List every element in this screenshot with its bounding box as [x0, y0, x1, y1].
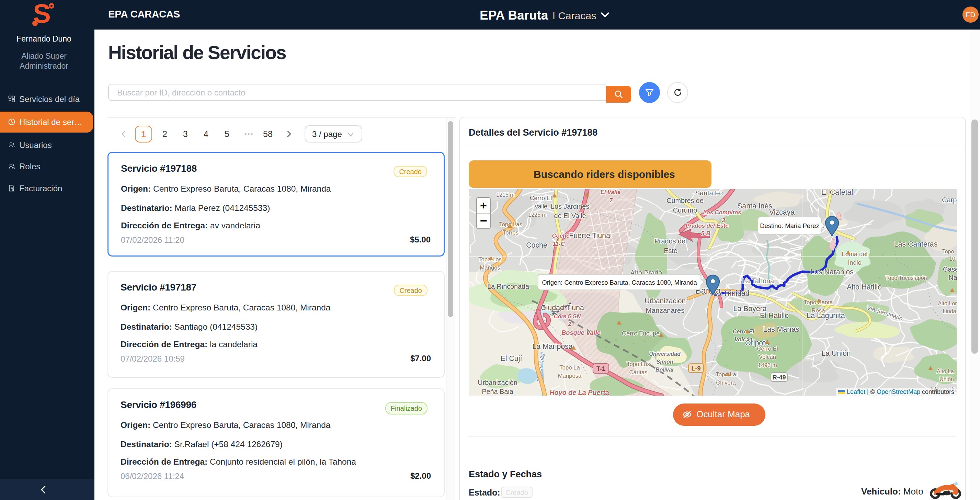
svg-text:1215 m: 1215 m: [496, 192, 514, 198]
svg-text:Coche: Coche: [526, 241, 547, 249]
svg-text:Alto Lor: Alto Lor: [938, 301, 957, 306]
svg-text:Bosque Valle: Bosque Valle: [562, 329, 601, 336]
svg-text:T-1: T-1: [597, 365, 605, 372]
svg-text:7: 7: [609, 197, 613, 204]
svg-text:Las Canteras: Las Canteras: [894, 240, 938, 248]
svg-text:Indio: Indio: [848, 259, 861, 266]
svg-text:Rosa: Rosa: [812, 307, 826, 314]
svg-text:2: 2: [568, 321, 571, 327]
svg-text:Fuerte Tiuna: Fuerte Tiuna: [569, 231, 610, 240]
svg-text:Universidad: Universidad: [649, 351, 681, 357]
svg-text:La Tahona: La Tahona: [742, 277, 774, 285]
svg-text:Linda: Linda: [943, 308, 956, 314]
svg-text:Unión: Unión: [939, 376, 954, 382]
svg-text:Manzanares: Manzanares: [646, 306, 685, 314]
svg-text:Urbanización: Urbanización: [478, 379, 517, 386]
svg-text:Coche: Coche: [552, 232, 570, 239]
svg-text:Peña Baia: Peña Baia: [482, 388, 513, 395]
svg-text:Na: Na: [948, 274, 957, 281]
svg-text:Torres: Torres: [503, 229, 519, 236]
svg-text:Cerro El: Cerro El: [733, 329, 754, 334]
svg-text:Caritas: Caritas: [629, 369, 648, 376]
svg-text:La Unión: La Unión: [821, 349, 851, 357]
svg-text:Topo La: Topo La: [716, 371, 736, 378]
svg-text:Santa Inés: Santa Inés: [737, 202, 772, 210]
svg-text:Los Jardines: Los Jardines: [551, 202, 589, 210]
svg-text:Core 5 GN: Core 5 GN: [554, 314, 581, 319]
svg-text:Hoyo de La Puerta: Hoyo de La Puerta: [549, 389, 609, 396]
svg-text:Alto Hatillo: Alto Hatillo: [847, 283, 882, 291]
svg-text:Origen: Centro Expreso Baruta,: Origen: Centro Expreso Baruta, Caracas 1…: [542, 279, 697, 286]
svg-text:Chivera: Chivera: [716, 379, 736, 386]
svg-text:El Cafetal: El Cafetal: [821, 189, 853, 196]
svg-text:1493 m: 1493 m: [758, 362, 777, 368]
svg-text:L-9: L-9: [692, 365, 701, 372]
svg-text:Topo La: Topo La: [559, 365, 580, 371]
svg-text:Cumbres de: Cumbres de: [667, 197, 703, 204]
svg-text:El Cují: El Cují: [501, 354, 522, 363]
svg-text:Los Compitos: Los Compitos: [703, 209, 741, 216]
svg-text:El Valle: El Valle: [601, 189, 621, 196]
svg-text:Urbanización: Urbanización: [644, 297, 686, 304]
svg-text:Santa Fe: Santa Fe: [695, 189, 723, 197]
svg-text:Vizcaya: Vizcaya: [769, 208, 795, 217]
svg-text:Topo Las: Topo Las: [627, 361, 650, 368]
svg-text:1225 m: 1225 m: [528, 212, 546, 218]
svg-text:R-49: R-49: [772, 374, 786, 381]
svg-text:Las Marías: Las Marías: [763, 325, 799, 333]
svg-text:Alto La: Alto La: [937, 368, 954, 374]
svg-text:Bolívar: Bolívar: [655, 367, 675, 373]
svg-text:Topo Tucusiapón: Topo Tucusiapón: [886, 275, 927, 281]
svg-text:Cerro Tucupe: Cerro Tucupe: [622, 330, 660, 337]
svg-text:Ciudad Tiuna: Ciudad Tiuna: [541, 304, 584, 312]
svg-text:Case: Case: [943, 266, 957, 273]
svg-text:5-B: 5-B: [701, 230, 710, 237]
svg-text:de El Valle: de El Valle: [554, 212, 586, 220]
svg-text:Volcán: Volcán: [759, 354, 776, 360]
svg-text:Este: Este: [664, 247, 678, 255]
svg-text:11-C: 11-C: [553, 241, 565, 247]
svg-text:Destino: Maria Perez: Destino: Maria Perez: [760, 222, 819, 229]
svg-text:Topo: Topo: [942, 248, 954, 255]
svg-text:Prados del Este: Prados del Este: [686, 223, 728, 229]
svg-text:Curumo: Curumo: [673, 206, 697, 214]
svg-text:Carpi: Carpi: [942, 196, 957, 204]
svg-text:Mariposa: Mariposa: [558, 373, 582, 379]
svg-text:El Hatillo: El Hatillo: [760, 312, 789, 320]
svg-text:Mangos: Mangos: [480, 264, 500, 271]
svg-text:Los Naranjos: Los Naranjos: [810, 268, 853, 276]
svg-text:La Mariposa: La Mariposa: [532, 342, 573, 350]
svg-text:Cerro El: Cerro El: [530, 195, 552, 202]
svg-text:La Rinconada: La Rinconada: [487, 283, 529, 290]
svg-text:10: 10: [949, 256, 955, 262]
svg-text:Prados del: Prados del: [654, 237, 687, 245]
svg-text:Simón: Simón: [657, 359, 673, 365]
svg-text:Valle: Valle: [534, 203, 547, 210]
svg-text:Loma del: Loma del: [842, 251, 868, 258]
